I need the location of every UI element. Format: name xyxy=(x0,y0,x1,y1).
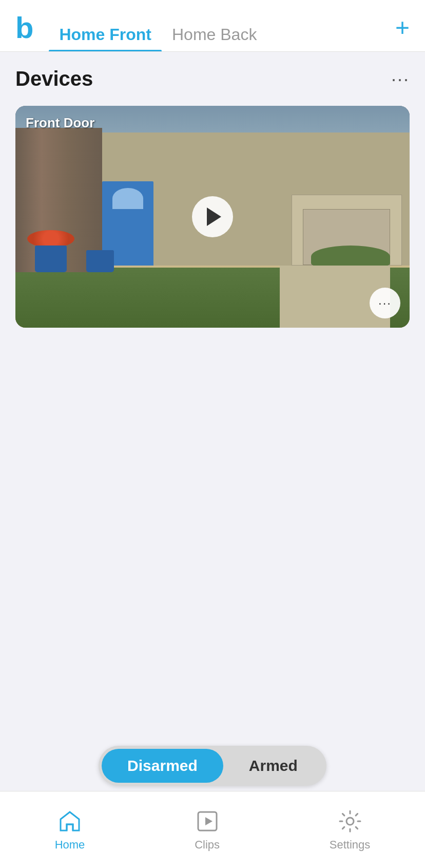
tab-home-front[interactable]: Home Front xyxy=(49,25,162,51)
clips-icon xyxy=(195,808,220,834)
tab-home-back[interactable]: Home Back xyxy=(162,25,267,51)
pot-left xyxy=(35,246,66,272)
settings-icon xyxy=(337,808,363,834)
home-icon xyxy=(57,808,83,834)
pot-right xyxy=(86,250,114,272)
nav-item-settings[interactable]: Settings xyxy=(314,803,386,857)
security-toggle-container: Disarmed Armed xyxy=(0,746,425,786)
devices-title: Devices xyxy=(15,67,93,90)
settings-nav-label: Settings xyxy=(330,838,371,852)
svg-marker-1 xyxy=(205,817,212,825)
clips-nav-label: Clips xyxy=(195,838,220,852)
app-logo: b xyxy=(15,13,33,49)
disarmed-button[interactable]: Disarmed xyxy=(102,749,223,783)
devices-section-header: Devices ··· xyxy=(15,67,410,90)
shrubs xyxy=(311,246,390,268)
camera-label: Front Door xyxy=(26,115,94,131)
camera-more-button[interactable]: ··· xyxy=(370,288,400,318)
tab-bar: Home Front Home Back xyxy=(49,10,395,51)
camera-card[interactable]: Front Door ··· xyxy=(15,106,410,328)
header: b Home Front Home Back + xyxy=(0,0,425,52)
bottom-nav: Home Clips Settings xyxy=(0,791,425,868)
devices-more-button[interactable]: ··· xyxy=(391,68,410,90)
security-toggle: Disarmed Armed xyxy=(99,746,326,786)
nav-item-clips[interactable]: Clips xyxy=(179,803,236,857)
svg-point-2 xyxy=(346,818,354,825)
nav-item-home[interactable]: Home xyxy=(40,803,101,857)
armed-button[interactable]: Armed xyxy=(223,749,323,783)
home-nav-label: Home xyxy=(55,838,85,852)
content-area: Devices ··· Front Door ··· xyxy=(0,52,425,745)
door-window xyxy=(112,188,143,209)
play-button[interactable] xyxy=(192,196,233,237)
add-camera-button[interactable]: + xyxy=(395,15,410,46)
